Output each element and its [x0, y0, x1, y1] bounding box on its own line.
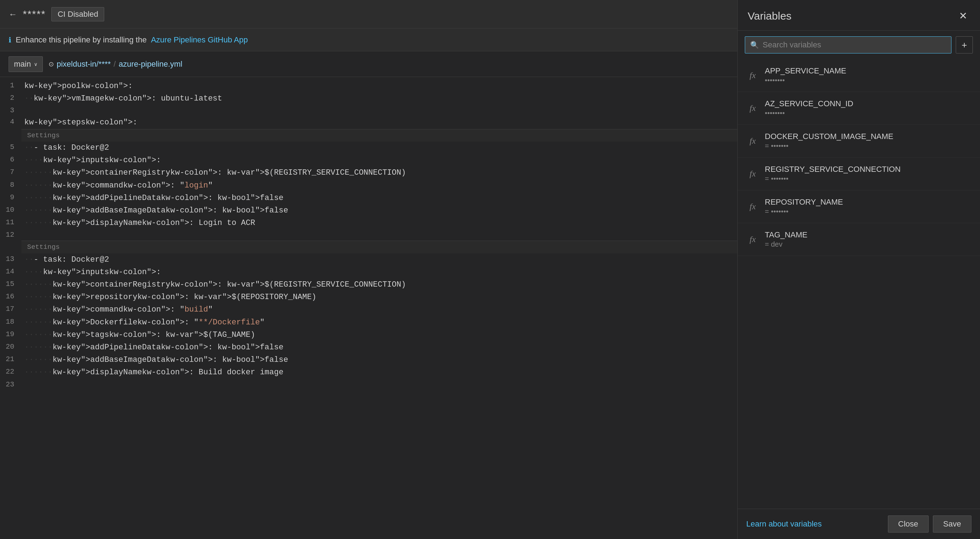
footer-buttons: Close Save [888, 515, 971, 533]
settings-label: Settings [21, 241, 737, 253]
code-line: 8······kw-key">commandkw-colon">: "login… [0, 179, 737, 192]
line-number: 16 [0, 291, 21, 302]
variable-value: = ••••••• [765, 175, 971, 183]
code-line: 18······kw-key">Dockerfilekw-colon">: "*… [0, 316, 737, 329]
variable-name: APP_SERVICE_NAME [765, 66, 971, 76]
line-content: ··kw-key">vmImagekw-colon">: ubuntu-late… [21, 92, 737, 105]
variable-fx-icon: fx [746, 136, 759, 146]
code-line: 3 [0, 105, 737, 116]
line-content: ······kw-key">repositorykw-colon">: kw-v… [21, 291, 737, 303]
code-line: 9······kw-key">addPipelineDatakw-colon">… [0, 192, 737, 204]
code-editor[interactable]: 1kw-key">poolkw-colon">:2··kw-key">vmIma… [0, 77, 737, 539]
line-number: 21 [0, 354, 21, 365]
code-line: 17······kw-key">commandkw-colon">: "buil… [0, 303, 737, 316]
top-bar: ← ***** CI Disabled [0, 0, 737, 29]
line-number: 20 [0, 341, 21, 353]
repo-path: ⊙ pixeldust-in/**** / azure-pipeline.yml [49, 60, 182, 69]
chevron-down-icon: ∨ [34, 61, 37, 67]
line-content: ······kw-key">containerRegistrykw-colon"… [21, 278, 737, 291]
line-number: 11 [0, 217, 21, 228]
variables-panel: Variables ✕ 🔍 + fxAPP_SERVICE_NAME••••••… [737, 0, 980, 539]
variable-info: APP_SERVICE_NAME•••••••• [765, 66, 971, 84]
close-button[interactable]: Close [888, 515, 929, 533]
code-line: 1kw-key">poolkw-colon">: [0, 80, 737, 92]
variables-list: fxAPP_SERVICE_NAME••••••••fxAZ_SERVICE_C… [738, 59, 980, 509]
line-number: 19 [0, 329, 21, 340]
variable-item[interactable]: fxTAG_NAME= dev [738, 223, 980, 256]
line-number: 8 [0, 179, 21, 191]
variable-fx-icon: fx [746, 169, 759, 179]
branch-name: main [14, 60, 31, 69]
learn-about-variables-link[interactable]: Learn about variables [746, 519, 822, 529]
variable-name: DOCKER_CUSTOM_IMAGE_NAME [765, 132, 971, 141]
line-number: 14 [0, 266, 21, 277]
line-number: 15 [0, 278, 21, 290]
code-line: 10······kw-key">addBaseImageDatakw-colon… [0, 204, 737, 217]
info-bar: ℹ Enhance this pipeline by installing th… [0, 29, 737, 51]
line-number: 13 [0, 254, 21, 265]
line-number: 23 [0, 379, 21, 390]
panel-footer: Learn about variables Close Save [738, 509, 980, 539]
variable-info: REGISTRY_SERVICE_CONNECTION= ••••••• [765, 165, 971, 183]
save-button[interactable]: Save [933, 515, 971, 533]
line-number: 7 [0, 166, 21, 178]
variable-value: = ••••••• [765, 208, 971, 216]
line-number: 9 [0, 192, 21, 203]
line-content: ······kw-key">addBaseImageDatakw-colon">… [21, 354, 737, 366]
ci-disabled-badge: CI Disabled [51, 7, 104, 21]
variable-fx-icon: fx [746, 235, 759, 244]
search-bar: 🔍 + [738, 31, 980, 59]
code-line: 22······kw-key">displayNamekw-colon">: B… [0, 366, 737, 379]
branch-selector[interactable]: main ∨ [9, 56, 43, 72]
code-line: 12 [0, 229, 737, 241]
variable-fx-icon: fx [746, 103, 759, 113]
line-content: ······kw-key">addBaseImageDatakw-colon">… [21, 204, 737, 217]
variable-name: AZ_SERVICE_CONN_ID [765, 99, 971, 108]
azure-pipelines-link[interactable]: Azure Pipelines GitHub App [151, 35, 248, 44]
line-number: 2 [0, 92, 21, 104]
variable-name: REPOSITORY_NAME [765, 198, 971, 207]
line-number: 5 [0, 141, 21, 153]
info-icon: ℹ [9, 36, 11, 44]
search-input[interactable] [763, 40, 946, 49]
code-line: 16······kw-key">repositorykw-colon">: kw… [0, 291, 737, 303]
code-line: 4kw-key">stepskw-colon">: [0, 116, 737, 129]
line-content: ······kw-key">addPipelineDatakw-colon">:… [21, 192, 737, 204]
line-number: 4 [0, 116, 21, 128]
variable-value: = ••••••• [765, 142, 971, 150]
variable-item[interactable]: fxDOCKER_CUSTOM_IMAGE_NAME= ••••••• [738, 125, 980, 158]
path-separator: / [113, 60, 116, 69]
line-content: ····kw-key">inputskw-colon">: [21, 154, 737, 166]
line-content: ··- task: Docker@2 [21, 254, 737, 266]
search-icon: 🔍 [750, 41, 759, 49]
code-line: 13··- task: Docker@2 [0, 254, 737, 266]
line-content: ··- task: Docker@2 [21, 141, 737, 154]
variable-item[interactable]: fxREGISTRY_SERVICE_CONNECTION= ••••••• [738, 158, 980, 190]
code-line: 19······kw-key">tagskw-colon">: kw-var">… [0, 329, 737, 341]
code-line: 2··kw-key">vmImagekw-colon">: ubuntu-lat… [0, 92, 737, 105]
settings-label: Settings [21, 129, 737, 141]
line-content: kw-key">poolkw-colon">: [21, 80, 737, 92]
line-content: ······kw-key">displayNamekw-colon">: Bui… [21, 366, 737, 379]
close-panel-button[interactable]: ✕ [956, 9, 970, 23]
line-content: ······kw-key">Dockerfilekw-colon">: "**/… [21, 316, 737, 329]
back-button[interactable]: ← [9, 9, 17, 19]
code-line: 15······kw-key">containerRegistrykw-colo… [0, 278, 737, 291]
search-input-wrap: 🔍 [745, 36, 951, 54]
line-number: 3 [0, 105, 21, 116]
variable-info: REPOSITORY_NAME= ••••••• [765, 198, 971, 216]
variable-item[interactable]: fxAPP_SERVICE_NAME•••••••• [738, 59, 980, 92]
repo-name: pixeldust-in/**** [57, 60, 111, 69]
line-number: 17 [0, 303, 21, 315]
code-line: 14····kw-key">inputskw-colon">: [0, 266, 737, 278]
panel-title: Variables [748, 10, 792, 22]
variable-info: AZ_SERVICE_CONN_ID•••••••• [765, 99, 971, 117]
add-variable-button[interactable]: + [956, 36, 973, 54]
line-content: ····kw-key">inputskw-colon">: [21, 266, 737, 278]
line-number: 10 [0, 204, 21, 216]
variable-value: = dev [765, 240, 971, 249]
variable-item[interactable]: fxAZ_SERVICE_CONN_ID•••••••• [738, 92, 980, 125]
code-line: 5··- task: Docker@2 [0, 141, 737, 154]
line-content: ······kw-key">displayNamekw-colon">: Log… [21, 217, 737, 229]
variable-item[interactable]: fxREPOSITORY_NAME= ••••••• [738, 190, 980, 223]
